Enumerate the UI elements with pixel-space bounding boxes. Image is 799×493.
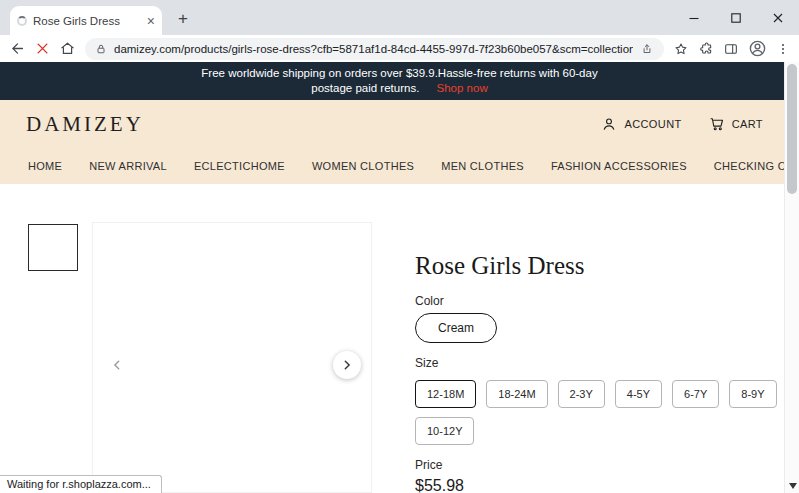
size-option-2-3y[interactable]: 2-3Y: [558, 380, 605, 408]
announcement-line2: postage paid returns.: [311, 82, 419, 94]
size-options: 12-18M 18-24M 2-3Y 4-5Y 6-7Y 8-9Y 10-12Y: [415, 380, 795, 445]
announcement-line1: Free worldwide shipping on orders over $…: [0, 66, 799, 81]
share-icon[interactable]: [640, 42, 654, 56]
product-page: Rose Girls Dress Color Cream Size 12-18M…: [0, 184, 799, 493]
cart-label: CART: [732, 118, 763, 130]
browser-toolbar: damizey.com/products/girls-rose-dress?cf…: [0, 35, 799, 62]
browser-status-text: Waiting for r.shoplazza.com...: [0, 475, 162, 493]
browser-window: Rose Girls Dress × +: [0, 0, 799, 493]
size-option-8-9y[interactable]: 8-9Y: [729, 380, 776, 408]
home-icon[interactable]: [59, 40, 76, 57]
size-option-18-24m[interactable]: 18-24M: [486, 380, 547, 408]
profile-avatar-icon[interactable]: [748, 39, 767, 58]
nav-item-women-clothes[interactable]: WOMEN CLOTHES: [312, 160, 414, 172]
tab-close-icon[interactable]: ×: [147, 14, 155, 28]
page-scrollbar[interactable]: [784, 62, 799, 493]
lock-icon: [95, 43, 107, 55]
scrollbar-down-arrow-icon[interactable]: [785, 479, 799, 492]
tab-loading-spinner-icon: [17, 16, 27, 26]
new-tab-button[interactable]: +: [172, 8, 194, 30]
address-bar[interactable]: damizey.com/products/girls-rose-dress?cf…: [85, 38, 664, 60]
account-person-icon: [600, 115, 618, 133]
stop-loading-icon[interactable]: [35, 41, 50, 56]
account-button[interactable]: ACCOUNT: [600, 115, 681, 133]
carousel-prev-button[interactable]: [103, 351, 131, 379]
price-label: Price: [415, 457, 795, 473]
window-controls: [673, 0, 799, 35]
browser-tab[interactable]: Rose Girls Dress ×: [10, 6, 162, 35]
product-price: $55.98: [415, 477, 795, 493]
account-label: ACCOUNT: [624, 118, 681, 130]
nav-item-home[interactable]: HOME: [28, 160, 62, 172]
product-details: Rose Girls Dress Color Cream Size 12-18M…: [415, 248, 795, 493]
product-title: Rose Girls Dress: [415, 248, 795, 284]
size-option-10-12y[interactable]: 10-12Y: [415, 417, 474, 445]
size-option-4-5y[interactable]: 4-5Y: [615, 380, 662, 408]
url-text[interactable]: damizey.com/products/girls-rose-dress?cf…: [114, 43, 633, 55]
product-thumbnail[interactable]: [28, 224, 78, 271]
back-icon[interactable]: [9, 40, 26, 57]
color-option-cream[interactable]: Cream: [415, 313, 497, 343]
browser-menu-kebab-icon[interactable]: [776, 42, 790, 56]
site-nav: HOME NEW ARRIVAL ECLECTICHOME WOMEN CLOT…: [0, 148, 799, 184]
size-option-12-18m[interactable]: 12-18M: [415, 380, 476, 408]
nav-item-new-arrival[interactable]: NEW ARRIVAL: [89, 160, 167, 172]
bookmark-star-icon[interactable]: [673, 41, 689, 57]
window-close-button[interactable]: [757, 0, 799, 35]
size-label: Size: [415, 355, 795, 371]
shop-now-link[interactable]: Shop now: [437, 82, 488, 94]
side-panel-icon[interactable]: [723, 41, 739, 57]
tab-strip: Rose Girls Dress × +: [0, 0, 799, 35]
nav-item-eclectichome[interactable]: ECLECTICHOME: [194, 160, 285, 172]
cart-button[interactable]: CART: [708, 115, 763, 133]
window-maximize-button[interactable]: [715, 0, 757, 35]
cart-icon: [708, 115, 726, 133]
scrollbar-thumb[interactable]: [787, 64, 797, 194]
announcement-bar: Free worldwide shipping on orders over $…: [0, 62, 799, 100]
extensions-puzzle-icon[interactable]: [698, 41, 714, 57]
product-main-image: [92, 222, 372, 493]
tab-title: Rose Girls Dress: [33, 15, 141, 27]
size-option-6-7y[interactable]: 6-7Y: [672, 380, 719, 408]
window-minimize-button[interactable]: [673, 0, 715, 35]
carousel-next-button[interactable]: [333, 351, 361, 379]
nav-item-fashion-accessories[interactable]: FASHION ACCESSORIES: [551, 160, 687, 172]
color-label: Color: [415, 293, 795, 309]
site-header: DAMIZEY ACCOUNT CART: [0, 100, 799, 148]
site-logo[interactable]: DAMIZEY: [26, 112, 600, 137]
nav-item-men-clothes[interactable]: MEN CLOTHES: [441, 160, 524, 172]
